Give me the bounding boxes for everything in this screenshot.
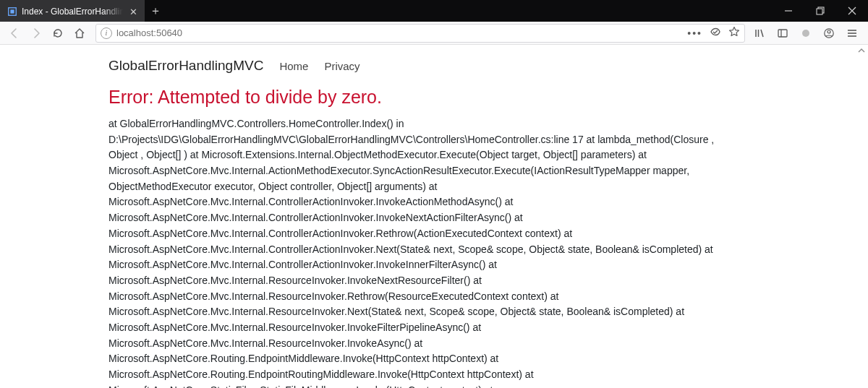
url-text: localhost:50640	[116, 27, 683, 38]
tab-title: Index - GlobalErrorHandlingMVC	[22, 7, 123, 17]
url-bar[interactable]: i localhost:50640 •••	[95, 24, 745, 43]
sidebar-icon[interactable]	[774, 25, 791, 42]
svg-rect-10	[778, 30, 787, 37]
site-navbar: GlobalErrorHandlingMVC Home Privacy	[0, 53, 868, 87]
extension-icon[interactable]	[797, 25, 814, 42]
svg-rect-1	[10, 9, 14, 13]
restore-button[interactable]	[807, 0, 833, 22]
forward-button[interactable]	[26, 23, 46, 43]
main-content: Error: Attempted to divide by zero. at G…	[0, 87, 868, 388]
home-button[interactable]	[69, 23, 90, 43]
navigation-bar: i localhost:50640 •••	[0, 22, 868, 45]
svg-line-9	[761, 30, 763, 37]
back-button[interactable]	[4, 23, 25, 43]
account-icon[interactable]	[820, 25, 838, 42]
library-icon[interactable]	[751, 25, 768, 42]
svg-point-14	[827, 30, 830, 33]
reload-button[interactable]	[48, 23, 68, 43]
reader-mode-icon[interactable]	[710, 26, 721, 40]
page-content: GlobalErrorHandlingMVC Home Privacy Erro…	[0, 45, 868, 388]
favicon-icon	[7, 7, 17, 17]
svg-rect-4	[817, 9, 822, 14]
browser-tab[interactable]: Index - GlobalErrorHandlingMVC ✕	[0, 0, 145, 22]
close-tab-icon[interactable]: ✕	[127, 6, 139, 17]
close-window-button[interactable]	[839, 0, 865, 22]
menu-icon[interactable]	[843, 25, 861, 42]
svg-point-12	[802, 30, 809, 37]
minimize-button[interactable]	[775, 0, 801, 22]
nav-link-privacy[interactable]: Privacy	[324, 60, 359, 72]
browser-tab-strip: Index - GlobalErrorHandlingMVC ✕ ＋	[0, 0, 868, 22]
new-tab-button[interactable]: ＋	[145, 0, 166, 22]
page-actions-icon[interactable]: •••	[687, 27, 702, 39]
tab-strip: Index - GlobalErrorHandlingMVC ✕ ＋	[0, 0, 166, 22]
bookmark-star-icon[interactable]	[728, 26, 740, 40]
stack-trace: at GlobalErrorHandlingMVC.Controllers.Ho…	[109, 116, 745, 388]
window-controls	[775, 0, 868, 22]
nav-link-home[interactable]: Home	[279, 60, 308, 72]
error-heading: Error: Attempted to divide by zero.	[109, 87, 760, 108]
url-bar-actions: •••	[687, 26, 740, 40]
page-viewport[interactable]: GlobalErrorHandlingMVC Home Privacy Erro…	[0, 45, 868, 388]
site-brand[interactable]: GlobalErrorHandlingMVC	[109, 58, 263, 74]
toolbar-right	[751, 25, 864, 42]
scroll-up-icon[interactable]	[856, 45, 867, 56]
site-info-icon[interactable]: i	[101, 27, 112, 39]
